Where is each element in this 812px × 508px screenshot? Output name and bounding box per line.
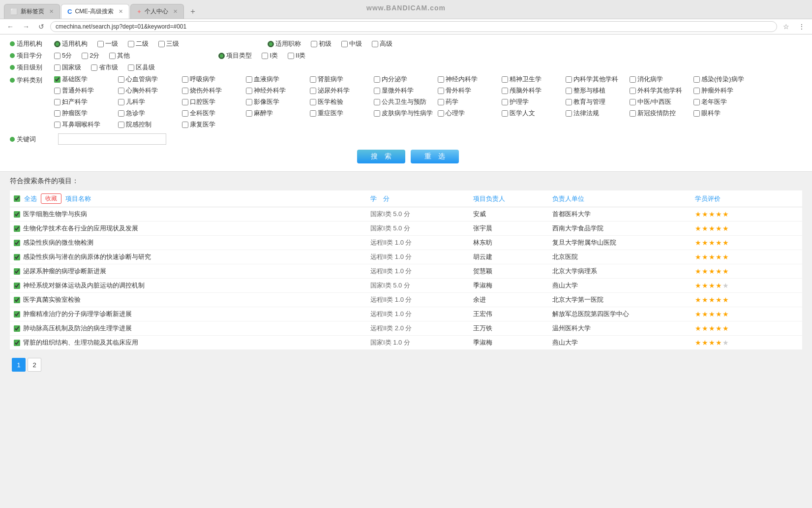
option-institution-2[interactable]: 二级 (128, 39, 149, 48)
option-level-district[interactable]: 区县级 (128, 63, 155, 72)
row-checkbox-4[interactable] (14, 268, 20, 275)
subject-gynecology[interactable]: 妇产科学 (54, 97, 118, 106)
row-checkbox-1[interactable] (14, 225, 20, 232)
option-institution-1[interactable]: 一级 (97, 39, 118, 48)
subject-law[interactable]: 法律法规 (566, 109, 630, 118)
tab-new-tab[interactable]: ⬜ 新标签页 ✕ (4, 4, 60, 19)
subject-dentistry[interactable]: 口腔医学 (182, 97, 246, 106)
subject-dermatology[interactable]: 皮肤病学与性病学 (374, 109, 438, 118)
new-tab-button[interactable]: ＋ (185, 4, 201, 19)
row-checkbox-6[interactable] (14, 297, 20, 303)
option-institution-3[interactable]: 三级 (158, 39, 179, 48)
subject-endocrinology[interactable]: 内分泌学 (374, 75, 438, 84)
subject-micro-surgery[interactable]: 显微外科学 (374, 86, 438, 95)
option-score-2[interactable]: 2分 (82, 51, 99, 60)
subject-cardiothoracic[interactable]: 心胸外科学 (118, 86, 182, 95)
option-title-junior[interactable]: 初级 (311, 39, 331, 48)
option-title-mid[interactable]: 中级 (341, 39, 362, 48)
cell-name-4: 泌尿系肿瘤的病理诊断新进展 (10, 264, 366, 279)
subject-plastics[interactable]: 整形与移植 (566, 86, 630, 95)
address-input[interactable] (50, 21, 777, 32)
subject-psychiatry[interactable]: 精神卫生学 (502, 75, 566, 84)
subject-covid[interactable]: 新冠疫情防控 (630, 109, 693, 118)
option-type-2[interactable]: II类 (288, 51, 305, 60)
subject-cranio[interactable]: 颅脑外科学 (502, 86, 566, 95)
subject-urology[interactable]: 泌尿外科学 (310, 86, 374, 95)
forward-button[interactable]: → (20, 22, 32, 32)
keyword-input[interactable] (58, 133, 166, 145)
reset-button[interactable]: 重 选 (411, 150, 459, 163)
subject-psychology[interactable]: 心理学 (438, 109, 502, 118)
select-all-checkbox[interactable] (14, 195, 20, 202)
subject-anesthesia[interactable]: 麻醉学 (246, 109, 310, 118)
subject-respiratory[interactable]: 呼吸病学 (182, 75, 246, 84)
subject-education[interactable]: 教育与管理 (566, 97, 630, 106)
back-button[interactable]: ← (4, 22, 17, 32)
tab-close-personal[interactable]: ✕ (173, 8, 178, 15)
row-checkbox-9[interactable] (14, 340, 20, 346)
search-button[interactable]: 搜 索 (357, 150, 405, 163)
cell-rating-6: ★★★★★ (691, 293, 802, 307)
browser-chrome: ⬜ 新标签页 ✕ C CME-高级搜索 ✕ ✦ 个人中心 ✕ ＋ ← → ↺ ☆… (0, 0, 812, 34)
subject-cardiology[interactable]: 心血管病学 (118, 75, 182, 84)
row-checkbox-0[interactable] (14, 211, 20, 218)
option-level-national[interactable]: 国家级 (54, 63, 81, 72)
subject-critical[interactable]: 重症医学 (310, 109, 374, 118)
subject-neurology[interactable]: 神经内科学 (438, 75, 502, 84)
row-checkbox-7[interactable] (14, 311, 20, 318)
subject-general-practice[interactable]: 全科医学 (182, 109, 246, 118)
subject-nephrology[interactable]: 肾脏病学 (310, 75, 374, 84)
option-score-other[interactable]: 其他 (109, 51, 130, 60)
subject-nursing[interactable]: 护理学 (502, 97, 566, 106)
page-2-button[interactable]: 2 (28, 358, 41, 372)
subject-pediatrics[interactable]: 儿科学 (118, 97, 182, 106)
row-checkbox-8[interactable] (14, 325, 20, 332)
tab-personal[interactable]: ✦ 个人中心 ✕ (130, 4, 184, 19)
option-level-province[interactable]: 省市级 (91, 63, 118, 72)
subject-ophthalmology[interactable]: 眼科学 (693, 109, 757, 118)
option-type-1[interactable]: I类 (262, 51, 278, 60)
subject-oncology[interactable]: 肿瘤医学 (54, 109, 118, 118)
subject-surgery-other[interactable]: 外科学其他学科 (630, 86, 693, 95)
subject-geriatrics[interactable]: 老年医学 (693, 97, 757, 106)
stars-7: ★★★★★ (695, 310, 729, 318)
subject-ortho[interactable]: 骨外科学 (438, 86, 502, 95)
tab-cme[interactable]: C CME-高级搜索 ✕ (61, 4, 129, 19)
row-checkbox-3[interactable] (14, 254, 20, 260)
option-title-senior[interactable]: 高级 (372, 39, 392, 48)
cell-score-8: 远程II类 2.0 分 (366, 321, 469, 336)
tab-close-btn[interactable]: ✕ (49, 8, 54, 15)
page-1-button[interactable]: 1 (12, 358, 26, 372)
menu-button[interactable]: ⋮ (795, 22, 808, 32)
subject-lab[interactable]: 医学检验 (310, 97, 374, 106)
subject-neurosurgery[interactable]: 神经外科学 (246, 86, 310, 95)
subject-internal-other[interactable]: 内科学其他学科 (566, 75, 630, 84)
option-score-5[interactable]: 5分 (54, 51, 72, 60)
row-checkbox-2[interactable] (14, 240, 20, 246)
subject-pharmacy[interactable]: 药学 (438, 97, 502, 106)
row-checkbox-5[interactable] (14, 283, 20, 289)
subject-humanities[interactable]: 医学人文 (502, 109, 566, 118)
subject-tcm[interactable]: 中医/中西医 (630, 97, 693, 106)
subject-basic-medicine[interactable]: 基础医学 (54, 75, 118, 84)
subject-infectious[interactable]: 感染(传染)病学 (693, 75, 757, 84)
option-type-all[interactable]: 项目类型 (218, 51, 252, 60)
refresh-button[interactable]: ↺ (35, 22, 47, 32)
subject-hematology[interactable]: 血液病学 (246, 75, 310, 84)
subject-infection-control[interactable]: 院感控制 (118, 120, 182, 129)
option-institution-all[interactable]: 适用机构 (54, 39, 88, 48)
subject-rehab[interactable]: 康复医学 (182, 120, 246, 129)
bookmark-button[interactable]: ☆ (780, 22, 792, 32)
subject-surgical-oncology[interactable]: 肿瘤外科学 (693, 86, 757, 95)
radio-dot-subject (10, 78, 15, 83)
tab-close-cme[interactable]: ✕ (119, 8, 123, 15)
subject-gastro[interactable]: 消化病学 (630, 75, 693, 84)
subject-emergency[interactable]: 急诊学 (118, 109, 182, 118)
subject-general-surgery[interactable]: 普通外科学 (54, 86, 118, 95)
subject-imaging[interactable]: 影像医学 (246, 97, 310, 106)
collect-button[interactable]: 收藏 (41, 193, 61, 204)
option-title-all[interactable]: 适用职称 (268, 39, 301, 48)
subject-public-health[interactable]: 公共卫生与预防 (374, 97, 438, 106)
subject-ent[interactable]: 耳鼻咽喉科学 (54, 120, 118, 129)
subject-burns[interactable]: 烧伤外科学 (182, 86, 246, 95)
